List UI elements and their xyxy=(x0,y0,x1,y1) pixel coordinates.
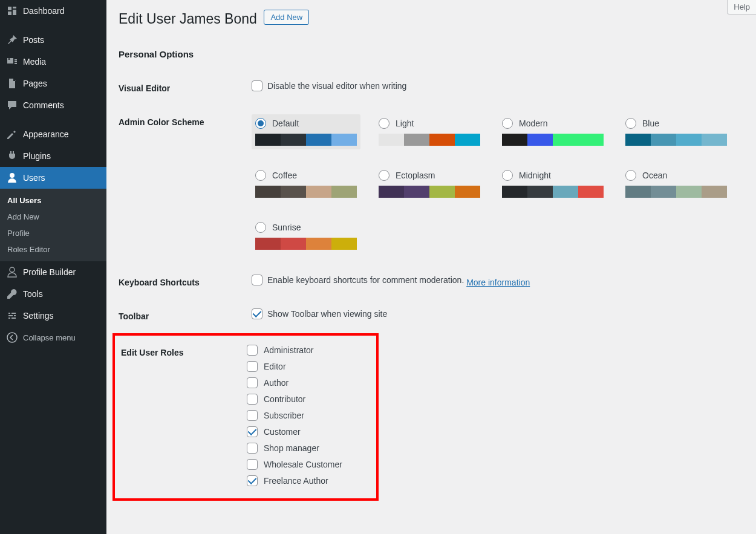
color-swatches xyxy=(379,186,480,198)
toolbar-text: Show Toolbar when viewing site xyxy=(267,309,387,319)
color-scheme-name: Modern xyxy=(519,119,547,128)
media-icon xyxy=(6,56,18,68)
role-item[interactable]: Author xyxy=(247,377,370,388)
color-scheme-radio[interactable] xyxy=(255,118,266,129)
tools-icon xyxy=(6,288,18,300)
sidebar-item-appearance[interactable]: Appearance xyxy=(0,123,106,145)
color-scheme-option[interactable]: Ocean xyxy=(622,166,731,201)
role-name: Subscriber xyxy=(264,411,304,420)
more-information-link[interactable]: More information xyxy=(466,278,530,287)
color-scheme-option[interactable]: Coffee xyxy=(252,166,360,201)
color-scheme-option[interactable]: Default xyxy=(252,114,360,149)
role-checkbox[interactable] xyxy=(247,377,258,388)
toolbar-option[interactable]: Show Toolbar when viewing site xyxy=(252,308,387,319)
sidebar-item-label: Tools xyxy=(23,289,43,299)
toolbar-checkbox[interactable] xyxy=(252,308,262,319)
sidebar-item-dashboard[interactable]: Dashboard xyxy=(0,0,106,22)
sidebar-item-tools[interactable]: Tools xyxy=(0,283,106,305)
page-title: Edit User James Bond xyxy=(119,0,257,30)
sidebar-item-comments[interactable]: Comments xyxy=(0,94,106,116)
svg-point-0 xyxy=(7,333,17,342)
pages-icon xyxy=(6,77,18,90)
shortcuts-checkbox[interactable] xyxy=(252,275,262,285)
section-personal-options: Personal Options xyxy=(119,49,744,59)
role-checkbox[interactable] xyxy=(247,361,258,372)
visual-editor-label: Visual Editor xyxy=(119,71,252,105)
color-scheme-radio[interactable] xyxy=(379,118,389,129)
role-item[interactable]: Wholesale Customer xyxy=(247,459,370,470)
sidebar-item-label: Users xyxy=(23,173,45,183)
help-tab[interactable]: Help xyxy=(727,0,756,15)
color-scheme-name: Midnight xyxy=(519,171,551,180)
sidebar-item-label: Profile Builder xyxy=(23,267,76,277)
color-scheme-option[interactable]: Ectoplasm xyxy=(375,166,484,201)
add-new-button[interactable]: Add New xyxy=(264,10,309,25)
role-item[interactable]: Shop manager xyxy=(247,443,370,454)
color-scheme-option[interactable]: Midnight xyxy=(498,166,607,201)
role-checkbox[interactable] xyxy=(247,426,258,437)
color-scheme-option[interactable]: Blue xyxy=(622,114,731,149)
pin-icon xyxy=(6,34,18,46)
role-checkbox[interactable] xyxy=(247,459,258,470)
role-item[interactable]: Administrator xyxy=(247,345,370,356)
sidebar-item-label: Posts xyxy=(23,35,44,45)
role-checkbox[interactable] xyxy=(247,410,258,421)
collapse-icon xyxy=(6,331,18,344)
color-scheme-radio[interactable] xyxy=(255,222,266,233)
color-swatches xyxy=(625,134,727,146)
role-item[interactable]: Editor xyxy=(247,361,370,372)
color-scheme-name: Blue xyxy=(642,119,659,128)
role-name: Freelance Author xyxy=(264,476,328,486)
color-scheme-option[interactable]: Light xyxy=(375,114,484,149)
sidebar-item-settings[interactable]: Settings xyxy=(0,305,106,327)
role-name: Administrator xyxy=(264,345,313,355)
sidebar-item-plugins[interactable]: Plugins xyxy=(0,145,106,167)
shortcuts-option[interactable]: Enable keyboard shortcuts for comment mo… xyxy=(252,275,464,285)
sidebar-item-label: Media xyxy=(23,57,46,67)
sidebar-item-label: Settings xyxy=(23,311,54,321)
submenu-roles-editor[interactable]: Roles Editor xyxy=(0,241,106,258)
submenu-add-new[interactable]: Add New xyxy=(0,209,106,225)
role-checkbox[interactable] xyxy=(247,475,258,486)
role-checkbox[interactable] xyxy=(247,443,258,454)
color-swatches xyxy=(502,134,604,146)
settings-icon xyxy=(6,310,18,322)
color-scheme-name: Light xyxy=(396,119,414,128)
admin-sidebar: Dashboard Posts Media Pages Comments App… xyxy=(0,0,106,534)
role-item[interactable]: Customer xyxy=(247,426,370,437)
color-scheme-name: Ocean xyxy=(642,171,667,180)
color-scheme-radio[interactable] xyxy=(625,118,636,129)
role-name: Author xyxy=(264,378,288,388)
collapse-menu[interactable]: Collapse menu xyxy=(0,327,106,348)
role-item[interactable]: Freelance Author xyxy=(247,475,370,486)
role-item[interactable]: Subscriber xyxy=(247,410,370,421)
color-scheme-radio[interactable] xyxy=(379,170,389,181)
color-swatches xyxy=(255,186,357,198)
role-checkbox[interactable] xyxy=(247,394,258,405)
color-scheme-name: Sunrise xyxy=(272,223,301,232)
sidebar-item-profile-builder[interactable]: Profile Builder xyxy=(0,261,106,283)
color-scheme-radio[interactable] xyxy=(255,170,266,181)
role-checkbox[interactable] xyxy=(247,345,258,356)
color-scheme-option[interactable]: Sunrise xyxy=(252,218,360,253)
shortcuts-label: Keyboard Shortcuts xyxy=(119,265,252,299)
color-scheme-grid: DefaultLightModernBlueCoffeeEctoplasmMid… xyxy=(252,114,738,253)
sidebar-item-posts[interactable]: Posts xyxy=(0,29,106,51)
sidebar-item-pages[interactable]: Pages xyxy=(0,73,106,94)
color-scheme-radio[interactable] xyxy=(502,118,513,129)
submenu-profile[interactable]: Profile xyxy=(0,225,106,241)
color-scheme-radio[interactable] xyxy=(625,170,636,181)
sidebar-item-media[interactable]: Media xyxy=(0,51,106,73)
color-swatches xyxy=(379,134,480,146)
sidebar-item-label: Comments xyxy=(23,100,64,110)
role-name: Wholesale Customer xyxy=(264,460,342,469)
sidebar-item-users[interactable]: Users xyxy=(0,167,106,189)
visual-editor-option[interactable]: Disable the visual editor when writing xyxy=(252,80,406,91)
role-name: Shop manager xyxy=(264,443,319,453)
submenu-all-users[interactable]: All Users xyxy=(0,192,106,209)
role-item[interactable]: Contributor xyxy=(247,394,370,405)
color-scheme-option[interactable]: Modern xyxy=(498,114,607,149)
visual-editor-checkbox[interactable] xyxy=(252,80,262,91)
color-scheme-radio[interactable] xyxy=(502,170,513,181)
dashboard-icon xyxy=(6,5,18,17)
